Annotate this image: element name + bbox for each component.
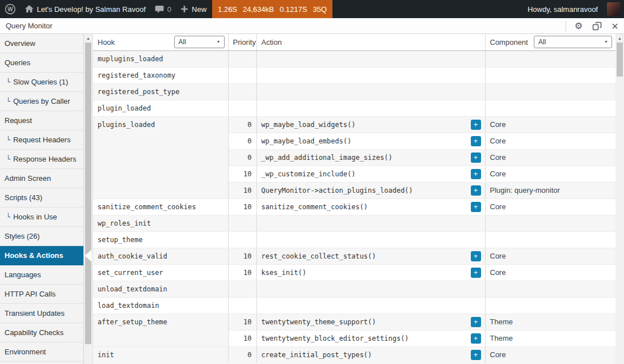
table-scrollbar-thumb[interactable] bbox=[617, 43, 623, 77]
hook-name: after_setup_theme bbox=[93, 314, 228, 346]
hooks-table-body: muplugins_loadedregistered_taxonomyregis… bbox=[93, 50, 615, 363]
component-value: Core bbox=[485, 248, 615, 264]
scroll-up-arrow-icon[interactable]: ▲ bbox=[84, 34, 92, 43]
component-value bbox=[485, 231, 615, 248]
close-panel-button[interactable]: × bbox=[606, 18, 624, 34]
hook-name: sanitize_comment_cookies bbox=[93, 198, 228, 215]
expand-action-button[interactable]: + bbox=[471, 333, 481, 344]
component-value: Core bbox=[485, 198, 615, 215]
sidebar-item-label: Hooks in Use bbox=[13, 213, 57, 221]
home-icon bbox=[25, 5, 33, 13]
action-function: twentytwenty_theme_support() bbox=[262, 318, 376, 326]
sidebar-item-queries-by-caller[interactable]: └Queries by Caller bbox=[0, 92, 83, 111]
sidebar-item-label: Queries by Caller bbox=[13, 97, 70, 105]
sidebar-item-request[interactable]: Request bbox=[0, 111, 83, 130]
priority-value: 10 bbox=[228, 166, 256, 182]
wordpress-logo-icon: W bbox=[5, 3, 16, 15]
action-cell: wp_maybe_load_embeds()+ bbox=[256, 133, 485, 149]
component-value: Theme bbox=[485, 314, 615, 330]
action-function: wp_maybe_load_embeds() bbox=[262, 137, 352, 145]
sidebar-item-request-headers[interactable]: └Request Headers bbox=[0, 130, 83, 150]
comments-count: 0 bbox=[167, 5, 171, 14]
action-cell bbox=[256, 231, 485, 248]
component-value bbox=[485, 297, 615, 314]
new-label: New bbox=[192, 5, 206, 14]
sidebar-item-hooks-actions[interactable]: Hooks & Actions bbox=[0, 246, 83, 265]
priority-value: 0 bbox=[228, 133, 256, 149]
sidebar-scrollbar-thumb[interactable] bbox=[85, 43, 91, 344]
scroll-up-arrow-icon[interactable]: ▲ bbox=[615, 34, 624, 43]
gear-icon: ⚙ bbox=[575, 22, 583, 31]
hook-filter-select[interactable]: All ▼ bbox=[174, 36, 225, 48]
sidebar-item-hooks-in-use[interactable]: └Hooks in Use bbox=[0, 208, 83, 227]
sidebar-item-response-headers[interactable]: └Response Headers bbox=[0, 150, 83, 169]
action-cell bbox=[256, 50, 485, 67]
table-row: registered_taxonomy bbox=[93, 67, 615, 83]
action-cell bbox=[256, 281, 485, 297]
wp-logo-menu[interactable]: W bbox=[0, 0, 20, 18]
sidebar-scrollbar[interactable]: ▲ bbox=[84, 34, 92, 364]
hook-name: wp_roles_init bbox=[93, 215, 228, 231]
settings-button[interactable]: ⚙ bbox=[570, 18, 588, 34]
sidebar-item-admin-screen[interactable]: Admin Screen bbox=[0, 169, 83, 188]
action-cell: QueryMonitor->action_plugins_loaded()+ bbox=[256, 182, 485, 198]
hook-name: registered_taxonomy bbox=[93, 67, 228, 83]
sidebar-item-label: Admin Screen bbox=[5, 174, 51, 183]
component-value: Core bbox=[485, 264, 615, 281]
sidebar-item-styles-26[interactable]: Styles (26) bbox=[0, 227, 83, 246]
expand-action-button[interactable]: + bbox=[471, 251, 481, 261]
sidebar-item-http-api-calls[interactable]: HTTP API Calls bbox=[0, 285, 83, 304]
action-function: _wp_customize_include() bbox=[262, 170, 356, 178]
sidebar-item-transient-updates[interactable]: Transient Updates bbox=[0, 304, 83, 323]
expand-action-button[interactable]: + bbox=[471, 169, 481, 179]
priority-value bbox=[228, 297, 256, 314]
expand-action-button[interactable]: + bbox=[471, 350, 481, 360]
comments-menu[interactable]: 0 bbox=[150, 0, 176, 18]
action-cell: create_initial_post_types()+ bbox=[256, 346, 485, 363]
hooks-actions-table: Hook All ▼ Priority Action Component bbox=[93, 34, 615, 363]
sidebar-item-scripts-43[interactable]: Scripts (43) bbox=[0, 188, 83, 208]
site-name-menu[interactable]: Let's Develop! by Salman Ravoof bbox=[20, 0, 150, 18]
dropdown-arrow-icon: ▼ bbox=[604, 36, 608, 48]
sidebar-item-label: Hooks & Actions bbox=[5, 251, 64, 260]
branch-icon: └ bbox=[6, 136, 10, 144]
plus-icon bbox=[180, 5, 188, 13]
expand-action-button[interactable]: + bbox=[471, 185, 481, 196]
sidebar-item-queries[interactable]: Queries bbox=[0, 53, 83, 73]
sidebar-item-label: HTTP API Calls bbox=[5, 290, 56, 298]
component-value: Theme bbox=[485, 330, 615, 346]
sidebar-item-overview[interactable]: Overview bbox=[0, 34, 83, 53]
expand-action-button[interactable]: + bbox=[471, 153, 481, 163]
toggle-panel-position-button[interactable] bbox=[588, 18, 606, 34]
component-value: Core bbox=[485, 166, 615, 182]
component-value bbox=[485, 100, 615, 116]
action-cell bbox=[256, 215, 485, 231]
hook-name: registered_post_type bbox=[93, 83, 228, 100]
expand-action-button[interactable]: + bbox=[471, 317, 481, 327]
expand-action-button[interactable]: + bbox=[471, 202, 481, 212]
expand-action-button[interactable]: + bbox=[471, 120, 481, 130]
action-cell: kses_init()+ bbox=[256, 264, 485, 281]
sidebar-item-languages[interactable]: Languages bbox=[0, 265, 83, 285]
table-row: setup_theme bbox=[93, 231, 615, 248]
action-cell: sanitize_comment_cookies()+ bbox=[256, 198, 485, 215]
component-value: Plugin: query-monitor bbox=[485, 182, 615, 198]
user-avatar[interactable] bbox=[607, 2, 621, 16]
query-monitor-stats[interactable]: 1.26S24,634kB0.1217S35Q bbox=[212, 0, 332, 18]
priority-value: 10 bbox=[228, 182, 256, 198]
component-filter-select[interactable]: All ▼ bbox=[534, 36, 612, 48]
sidebar-item-slow-queries-1[interactable]: └Slow Queries (1) bbox=[0, 73, 83, 92]
sidebar-item-label: Scripts (43) bbox=[5, 193, 42, 202]
my-account-menu[interactable]: Howdy, salmanravoof bbox=[523, 0, 602, 18]
action-function: create_initial_post_types() bbox=[262, 351, 372, 359]
sidebar-item-label: Overview bbox=[5, 39, 35, 48]
action-cell: _wp_add_additional_image_sizes()+ bbox=[256, 149, 485, 166]
branch-icon: └ bbox=[6, 78, 10, 86]
table-scrollbar[interactable]: ▲ bbox=[615, 34, 624, 364]
expand-action-button[interactable]: + bbox=[471, 268, 481, 278]
sidebar-item-environment[interactable]: Environment bbox=[0, 342, 83, 362]
expand-action-button[interactable]: + bbox=[471, 136, 481, 146]
sidebar-item-capability-checks[interactable]: Capability Checks bbox=[0, 323, 83, 342]
new-content-menu[interactable]: New bbox=[176, 0, 211, 18]
action-cell: _wp_customize_include()+ bbox=[256, 166, 485, 182]
